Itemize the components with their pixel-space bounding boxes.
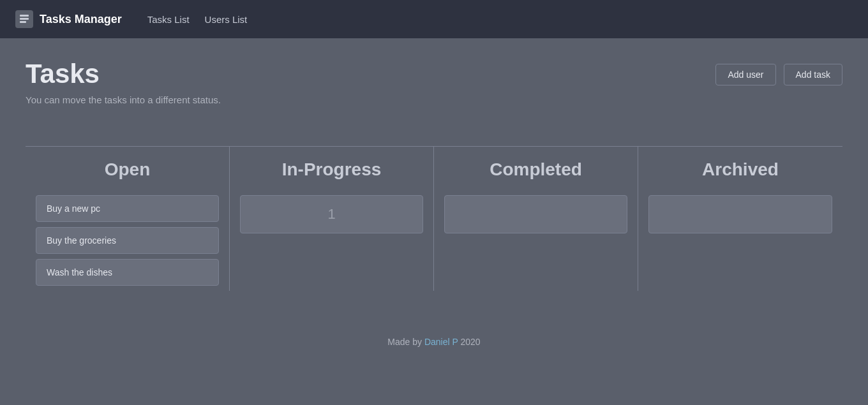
column-in-progress-header: In-Progress [240,147,423,195]
footer-author-link[interactable]: Daniel P [424,337,458,347]
add-task-button[interactable]: Add task [784,64,842,85]
footer-text-suffix: 2020 [458,337,481,347]
brand-name: Tasks Manager [40,13,122,26]
archived-drop-zone [648,195,832,233]
footer: Made by Daniel P 2020 [0,311,868,360]
column-open-header: Open [36,147,219,195]
completed-drop-zone [444,195,627,233]
nav-users-list[interactable]: Users List [205,14,248,25]
svg-rect-2 [20,21,26,23]
column-open: Open Buy a new pc Buy the groceries Wash… [26,147,230,291]
navbar: Tasks Manager Tasks List Users List [0,0,868,38]
column-in-progress: In-Progress 1 [230,147,434,291]
svg-rect-0 [20,15,29,17]
column-completed-header: Completed [444,147,627,195]
add-user-button[interactable]: Add user [715,64,775,85]
header-left: Tasks You can move the tasks into a diff… [26,59,221,126]
task-card-buy-a-new-pc[interactable]: Buy a new pc [36,195,219,222]
main-content: Tasks You can move the tasks into a diff… [0,38,868,311]
footer-text-prefix: Made by [387,337,424,347]
brand-icon [15,10,33,28]
nav-tasks-list[interactable]: Tasks List [147,14,190,25]
svg-rect-1 [20,18,29,20]
page-title: Tasks [26,59,221,89]
header-actions: Add user Add task [715,59,842,85]
page-subtitle: You can move the tasks into a different … [26,94,221,105]
task-card-buy-the-groceries[interactable]: Buy the groceries [36,227,219,254]
kanban-board: Open Buy a new pc Buy the groceries Wash… [26,146,842,291]
in-progress-drop-zone: 1 [240,195,423,233]
column-archived: Archived [638,147,842,291]
brand: Tasks Manager [15,10,122,28]
column-completed: Completed [434,147,638,291]
task-card-wash-the-dishes[interactable]: Wash the dishes [36,259,219,286]
header-row: Tasks You can move the tasks into a diff… [26,59,842,126]
navbar-links: Tasks List Users List [147,14,248,25]
column-archived-header: Archived [648,147,832,195]
in-progress-drop-number: 1 [327,206,335,223]
